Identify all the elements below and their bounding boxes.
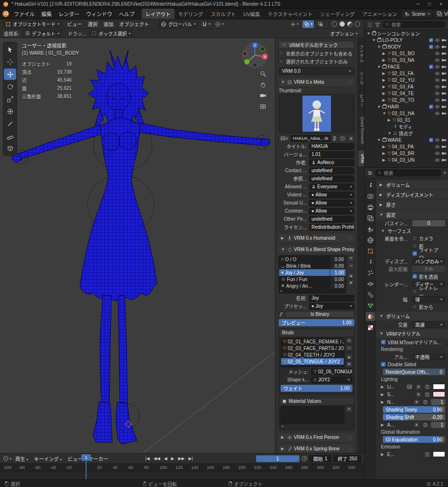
render-visibility-icon[interactable]: [441, 111, 447, 116]
tweak-tool-button[interactable]: [4, 44, 16, 55]
meta-field-input[interactable]: 1.01: [309, 151, 354, 158]
image-name-field[interactable]: HAKUA_Adva...-58.241.png: [291, 135, 331, 142]
visibility-icon[interactable]: [435, 137, 440, 143]
scale-tool-button[interactable]: [4, 93, 16, 105]
render-visibility-icon[interactable]: [441, 144, 447, 149]
properties-tab-texture[interactable]: [366, 323, 375, 332]
collapse-icon[interactable]: ▼: [377, 105, 381, 109]
section-header-ボリューム[interactable]: ▼ボリューム: [376, 312, 448, 321]
pan-hand-icon[interactable]: [260, 81, 266, 88]
outliner-row[interactable]: ▼BODY✓: [365, 43, 448, 50]
shading-rendered-button[interactable]: [355, 21, 360, 27]
remove-bind-button[interactable]: −: [346, 345, 352, 351]
outliner-row[interactable]: ▶▽01_01_BO: [365, 50, 448, 57]
move-up-button[interactable]: ▲: [348, 273, 354, 279]
timeline-menu-キーイング[interactable]: キーイング ▾: [31, 454, 65, 463]
blendshape-item-value[interactable]: 1.00: [330, 269, 346, 276]
include-hidden-checkbox[interactable]: [279, 51, 283, 56]
snap-toggle[interactable]: ▾: [200, 20, 212, 28]
meta-field-dropdown[interactable]: ♥Allow▾: [309, 208, 354, 214]
visibility-icon[interactable]: [435, 91, 440, 96]
section-header-設定[interactable]: ▼設定: [376, 210, 448, 219]
property-checkbox[interactable]: ✓: [381, 340, 386, 344]
expand-icon[interactable]: ▶: [382, 151, 387, 156]
viewport-menu-選択[interactable]: 選択: [85, 19, 101, 29]
meta-field-input[interactable]: undefined: [309, 216, 354, 223]
expand-icon[interactable]: ▶: [382, 85, 387, 89]
property-checkbox[interactable]: [412, 236, 417, 241]
menu-ファイル[interactable]: ファイル: [10, 9, 38, 19]
outliner-row[interactable]: ▼LO-POLY✓: [365, 37, 448, 43]
visibility-icon[interactable]: [435, 104, 440, 109]
meta-field-input[interactable]: HAKUA: [309, 143, 354, 150]
expand-icon[interactable]: ▶: [382, 51, 387, 56]
meta-field-dropdown[interactable]: Redistribution Prohibited▾: [309, 224, 354, 231]
meta-field-input[interactable]: AoNeco: [309, 159, 354, 166]
outliner-row[interactable]: ▶▽02_03_FA: [365, 83, 448, 90]
blendshape-item-value[interactable]: 0.00: [330, 282, 346, 289]
dropdown-field[interactable]: 球▾: [412, 296, 445, 302]
property-checkbox[interactable]: [412, 304, 417, 309]
collapse-icon[interactable]: ▼: [377, 65, 381, 69]
render-visibility-icon[interactable]: [441, 104, 447, 109]
jump-end-button[interactable]: ▶|: [188, 456, 193, 461]
viewport-menu-ビュー[interactable]: ビュー: [64, 19, 85, 29]
viewport-menu-オブジェクト[interactable]: オブジェクト: [117, 19, 152, 29]
orientation-preset-dropdown[interactable]: デフォルト ▾: [22, 30, 62, 37]
properties-tab-tool[interactable]: [366, 181, 375, 190]
properties-tab-modifier[interactable]: [366, 257, 375, 266]
panel-header-first-person[interactable]: ▶ VRM 0.x First Person ∷: [279, 433, 354, 441]
sidebar-tab-Quad Remesh[interactable]: Quad Remesh: [358, 113, 364, 147]
workspace-tab[interactable]: レイアウト: [142, 9, 175, 19]
camera-view-icon[interactable]: [260, 92, 266, 99]
visibility-icon[interactable]: [435, 151, 440, 156]
menu-ウィンドウ[interactable]: ウィンドウ: [83, 9, 116, 19]
collection-checkbox[interactable]: ✓: [429, 138, 433, 142]
new-data-button[interactable]: [422, 422, 429, 428]
image-browse-button[interactable]: ▾: [279, 135, 290, 142]
timeline-menu-再生[interactable]: 再生 ▾: [12, 454, 31, 463]
mode-dropdown[interactable]: オブジェクトモード ▾: [2, 20, 62, 28]
section-header-VRMマテリアル[interactable]: ▼VRMマテリアル: [376, 329, 448, 338]
render-visibility-icon[interactable]: [441, 38, 447, 43]
visibility-icon[interactable]: [435, 84, 440, 89]
render-visibility-icon[interactable]: [441, 137, 447, 143]
dropdown-field[interactable]: 不透明▾: [412, 354, 445, 360]
collection-checkbox[interactable]: ✓: [429, 45, 433, 49]
expand-icon[interactable]: ▶: [382, 98, 387, 102]
panel-header-spring-bone[interactable]: ▶ VRM 0.x Spring Bone ∷: [279, 445, 354, 453]
number-field[interactable]: 1: [431, 422, 445, 428]
expand-icon[interactable]: ▶: [388, 118, 392, 122]
sidebar-tab-アイテム[interactable]: アイテム: [358, 42, 364, 66]
unlink-button[interactable]: ×: [413, 422, 420, 428]
blendshape-item[interactable]: ◡Blink / Blink0.00: [279, 263, 346, 269]
workspace-tab[interactable]: アニメーション: [359, 9, 401, 19]
properties-tab-particles[interactable]: [366, 268, 375, 277]
outliner-editor-icon[interactable]: [367, 22, 373, 28]
panel-header-vrm-meta[interactable]: ▼ VRM 0.x Meta ∷: [279, 78, 354, 86]
render-visibility-icon[interactable]: [441, 58, 447, 63]
blendshape-item[interactable]: ✕Angry / An...0.00: [279, 282, 346, 289]
shading-wireframe-button[interactable]: [332, 21, 337, 27]
collapse-icon[interactable]: ▼: [388, 131, 392, 136]
blendshape-item[interactable]: ♥Joy / Joy1.00: [279, 269, 346, 276]
blendshape-item[interactable]: ☺Fun / Fun0.00: [279, 276, 346, 282]
texture-button[interactable]: [406, 384, 413, 390]
visibility-icon[interactable]: [435, 111, 440, 116]
expand-icon[interactable]: ▶: [381, 423, 385, 427]
blendshape-name-field[interactable]: Joy: [309, 295, 354, 302]
expand-icon[interactable]: ▶: [381, 392, 385, 397]
blendshape-item-value[interactable]: 0.00: [330, 256, 346, 263]
frame-start-field[interactable]: 開始1: [309, 455, 332, 462]
properties-tab-scene[interactable]: [366, 224, 375, 234]
xray-toggle[interactable]: [316, 20, 325, 28]
dropdown-field[interactable]: バンプのみ▾: [412, 258, 445, 264]
workspace-tab[interactable]: モデリング: [175, 9, 207, 19]
color-swatch[interactable]: [433, 384, 445, 390]
visibility-icon[interactable]: [435, 44, 440, 49]
render-visibility-icon[interactable]: [441, 97, 447, 103]
property-checkbox[interactable]: ✓: [381, 362, 386, 367]
list-expand-icon[interactable]: ▸: [279, 289, 346, 293]
image-users-button[interactable]: 2: [331, 135, 338, 142]
workspace-tab[interactable]: スカルプト: [207, 9, 240, 19]
